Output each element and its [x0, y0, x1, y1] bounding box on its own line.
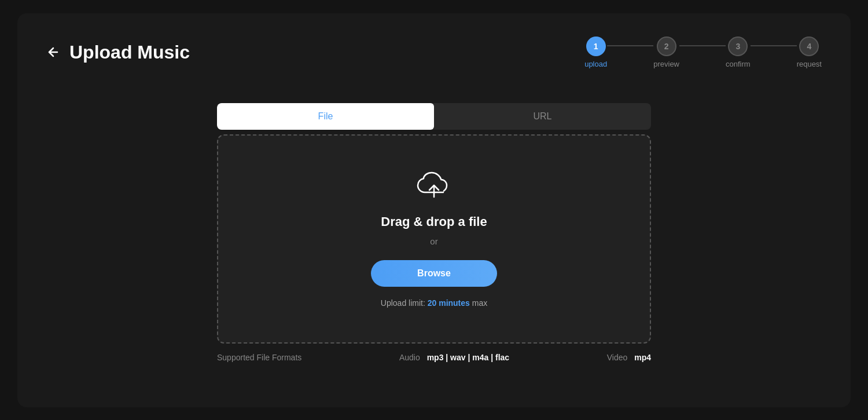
drag-drop-text: Drag & drop a file — [381, 214, 487, 229]
formats-audio: Audio mp3 | wav | m4a | flac — [399, 353, 509, 362]
header: Upload Music 1 upload 2 preview 3 confir… — [46, 36, 822, 68]
step-label-2: preview — [653, 60, 679, 68]
page-container: Upload Music 1 upload 2 preview 3 confir… — [17, 13, 851, 407]
stepper: 1 upload 2 preview 3 confirm 4 request — [584, 36, 822, 68]
step-circle-2: 2 — [657, 36, 676, 56]
step-circle-4: 4 — [799, 36, 819, 56]
audio-label: Audio — [399, 353, 420, 362]
supported-formats: Supported File Formats Audio mp3 | wav |… — [217, 353, 651, 362]
page-title: Upload Music — [69, 42, 190, 63]
video-formats: mp4 — [634, 353, 651, 362]
upload-limit-prefix: Upload limit: — [381, 298, 425, 308]
audio-formats: mp3 | wav | m4a | flac — [427, 353, 509, 362]
browse-button[interactable]: Browse — [371, 260, 497, 287]
or-text: or — [430, 236, 437, 246]
step-circle-1: 1 — [586, 36, 606, 56]
back-button[interactable] — [46, 45, 60, 59]
step-4: 4 request — [797, 36, 822, 68]
video-label: Video — [607, 353, 628, 362]
step-label-3: confirm — [726, 60, 751, 68]
step-label-1: upload — [584, 60, 607, 68]
tab-file[interactable]: File — [217, 103, 434, 130]
tabs-container: File URL — [217, 103, 651, 130]
formats-label: Supported File Formats — [217, 353, 301, 362]
formats-video: Video mp4 — [607, 353, 651, 362]
step-connector-1-2 — [607, 45, 653, 46]
upload-limit-value: 20 minutes — [428, 298, 470, 308]
step-connector-2-3 — [679, 45, 726, 46]
step-3: 3 confirm — [726, 36, 751, 68]
upload-limit-suffix: max — [472, 298, 487, 308]
step-2: 2 preview — [653, 36, 679, 68]
step-label-4: request — [797, 60, 822, 68]
step-circle-3: 3 — [728, 36, 748, 56]
tab-url[interactable]: URL — [434, 103, 651, 130]
step-connector-3-4 — [751, 45, 797, 46]
dropzone[interactable]: Drag & drop a file or Browse Upload limi… — [217, 134, 651, 344]
header-left: Upload Music — [46, 42, 190, 63]
cloud-upload-icon — [415, 170, 453, 200]
step-1: 1 upload — [584, 36, 607, 68]
upload-limit-text: Upload limit: 20 minutes max — [381, 298, 487, 308]
